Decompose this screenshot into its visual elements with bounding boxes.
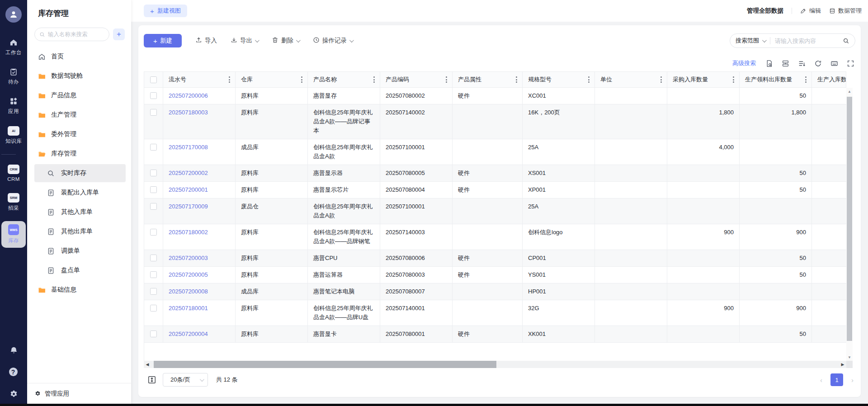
page-number-button[interactable]: 1 — [830, 373, 843, 386]
select-all-checkbox[interactable] — [150, 76, 157, 83]
column-header-serial[interactable]: 流水号 — [163, 72, 236, 87]
add-menu-button[interactable]: + — [113, 28, 125, 40]
help-icon[interactable]: ? — [9, 368, 19, 377]
edit-button[interactable]: 编辑 — [800, 7, 821, 15]
avatar[interactable] — [5, 6, 22, 23]
row-checkbox[interactable] — [150, 229, 157, 236]
page-size-select[interactable]: 20条/页 — [163, 373, 208, 387]
table-row[interactable]: 202507200002原料库惠普显示器202507080005硬件XS0015… — [144, 165, 846, 182]
sidebar-item-other-out-order[interactable]: 其他出库单 — [34, 222, 126, 241]
table-row[interactable]: 202507170009废品仓创科信息25年周年庆礼品盒A款2025071000… — [144, 198, 846, 224]
row-checkbox[interactable] — [150, 330, 157, 337]
column-menu-icon[interactable] — [731, 75, 736, 85]
column-menu-icon[interactable] — [514, 75, 519, 85]
record-link[interactable]: 202507180003 — [169, 109, 208, 116]
column-header-product_code[interactable]: 产品编码 — [380, 72, 453, 87]
record-link[interactable]: 202507170008 — [169, 144, 208, 151]
data-manage-button[interactable]: 数据管理 — [829, 7, 862, 15]
record-link[interactable]: 202507200008 — [169, 288, 208, 295]
table-row[interactable]: 202507200004原料库惠普显卡202507080001硬件XK00150 — [144, 326, 846, 343]
table-row[interactable]: 202507180002原料库创科信息25年周年庆礼品盒A款——品牌钢笔2025… — [144, 224, 846, 250]
column-header-prod_material_out_qty[interactable]: 生产领料出库数量 — [740, 72, 812, 87]
table-row[interactable]: 202507200003原料库惠普CPU202507080006硬件CP0015… — [144, 250, 846, 267]
column-menu-icon[interactable] — [372, 75, 376, 85]
delete-button[interactable]: 删除 — [272, 37, 299, 45]
export-report-icon[interactable] — [765, 60, 773, 67]
manage-all-data-button[interactable]: 管理全部数据 — [747, 7, 783, 15]
row-checkbox[interactable] — [150, 288, 157, 295]
sidebar-item-home[interactable]: 首页 — [34, 47, 126, 66]
column-header-warehouse[interactable]: 仓库 — [236, 72, 308, 87]
keyboard-shortcuts-icon[interactable] — [830, 60, 838, 67]
rail-item-workbench[interactable]: 工作台 — [1, 36, 26, 58]
row-checkbox[interactable] — [150, 92, 157, 99]
sort-list-icon[interactable] — [798, 60, 806, 67]
fullscreen-icon[interactable] — [847, 60, 854, 67]
view-layout-icon[interactable] — [782, 60, 789, 67]
horizontal-scrollbar[interactable]: ◀ ▶ — [144, 361, 846, 368]
sidebar-item-inventory-mgmt[interactable]: 库存管理 — [34, 145, 126, 163]
scroll-down-button[interactable]: ▼ — [846, 354, 853, 361]
sidebar-item-realtime-inventory[interactable]: 实时库存 — [34, 164, 126, 182]
table-row[interactable]: 202507200006原料库惠普显存202507080002硬件XC00150 — [144, 88, 846, 104]
record-link[interactable]: 202507200005 — [169, 271, 208, 278]
column-header-purchase_in_qty[interactable]: 采购入库数量 — [667, 72, 740, 87]
sidebar-item-other-in-order[interactable]: 其他入库单 — [34, 203, 126, 221]
table-row[interactable]: 202507200005原料库惠普运算器202507080003硬件YS0015… — [144, 267, 846, 283]
column-header-unit[interactable]: 单位 — [595, 72, 667, 87]
column-header-product_attr[interactable]: 产品属性 — [453, 72, 523, 87]
search-scope-dropdown[interactable]: 搜索范围 — [736, 37, 765, 45]
sidebar-item-production-mgmt[interactable]: 生产管理 — [34, 106, 126, 124]
record-link[interactable]: 202507200003 — [169, 255, 208, 261]
sidebar-item-basic-info[interactable]: 基础信息 — [34, 281, 126, 299]
rail-item-wms[interactable]: WMS库存 — [1, 221, 26, 248]
gear-icon[interactable] — [9, 389, 19, 399]
table-row[interactable]: 202507200001原料库惠普显示芯片202507080004硬件XP001… — [144, 182, 846, 198]
operation-log-button[interactable]: 操作记录 — [313, 37, 353, 45]
export-button[interactable]: 导出 — [231, 37, 258, 45]
horizontal-scrollbar-thumb[interactable] — [154, 361, 496, 368]
record-link[interactable]: 202507170009 — [169, 203, 208, 210]
table-row[interactable]: 202507170008成品库创科信息25年周年庆礼品盒A款2025071000… — [144, 139, 846, 165]
row-checkbox[interactable] — [150, 170, 157, 176]
row-height-icon[interactable] — [147, 375, 156, 384]
search-input[interactable] — [775, 38, 843, 44]
table-row[interactable]: 202507180003原料库创科信息25年周年庆礼品盒A款——品牌记事本202… — [144, 104, 846, 139]
rail-item-srm[interactable]: SRM招采 — [1, 191, 26, 213]
record-link[interactable]: 202507180002 — [169, 229, 208, 236]
row-checkbox[interactable] — [150, 203, 157, 210]
column-menu-icon[interactable] — [300, 75, 304, 85]
prev-page-button[interactable]: ‹ — [818, 376, 824, 384]
advanced-search-link[interactable]: 高级搜索 — [732, 59, 756, 67]
row-checkbox[interactable] — [150, 144, 157, 151]
rail-item-crm[interactable]: CRMCRM — [1, 163, 26, 184]
column-header-product_name[interactable]: 产品名称 — [308, 72, 380, 87]
record-link[interactable]: 202507200001 — [169, 186, 208, 193]
table-row[interactable]: 202507180001原料库创科信息25年周年庆礼品盒A款——品牌U盘2025… — [144, 300, 846, 326]
row-checkbox[interactable] — [150, 109, 157, 116]
column-header-spec[interactable]: 规格型号 — [523, 72, 595, 87]
scroll-left-button[interactable]: ◀ — [144, 361, 151, 368]
refresh-icon[interactable] — [814, 60, 822, 67]
sidebar-item-product-info[interactable]: 产品信息 — [34, 86, 126, 104]
record-link[interactable]: 202507200002 — [169, 170, 208, 176]
sidebar-search-input[interactable] — [48, 31, 104, 38]
sidebar-item-outsourcing-mgmt[interactable]: 委外管理 — [34, 125, 126, 143]
record-link[interactable]: 202507180001 — [169, 305, 208, 312]
column-menu-icon[interactable] — [587, 75, 591, 85]
sidebar-item-assembly-io-order[interactable]: 装配出入库单 — [34, 184, 126, 202]
import-button[interactable]: 导入 — [195, 37, 217, 45]
column-menu-icon[interactable] — [804, 75, 808, 85]
column-menu-icon[interactable] — [227, 75, 231, 85]
sidebar-item-data-cockpit[interactable]: 数据驾驶舱 — [34, 67, 126, 85]
record-link[interactable]: 202507200006 — [169, 92, 208, 99]
scroll-up-button[interactable]: ▲ — [846, 88, 853, 95]
sidebar-item-stocktake-order[interactable]: 盘点单 — [34, 261, 126, 279]
row-checkbox[interactable] — [150, 271, 157, 278]
manage-apps-button[interactable]: 管理应用 — [27, 383, 131, 404]
rail-item-knowledge[interactable]: AI知识库 — [1, 124, 26, 146]
sidebar-item-transfer-order[interactable]: 调拨单 — [34, 242, 126, 260]
new-view-button[interactable]: + 新建视图 — [144, 5, 187, 17]
rail-item-todo[interactable]: 待办 — [1, 66, 26, 87]
row-checkbox[interactable] — [150, 186, 157, 193]
